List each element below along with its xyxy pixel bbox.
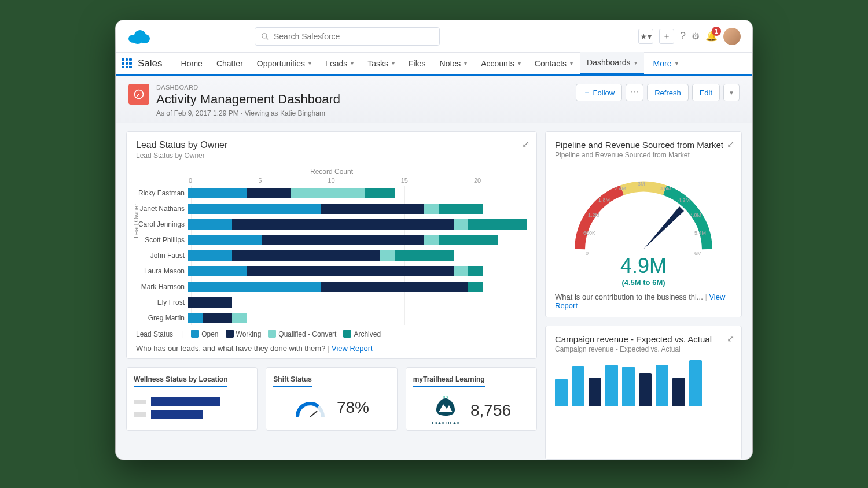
gauge-range: (4.5M to 6M) xyxy=(555,278,732,287)
mini-bar xyxy=(656,365,668,406)
view-report-link[interactable]: View Report xyxy=(332,344,373,353)
bar-segment-qualified-convert xyxy=(424,204,439,214)
legend-item: Qualified - Convert xyxy=(268,330,336,338)
svg-text:2.4M: 2.4M xyxy=(615,186,626,191)
object-label: DASHBOARD xyxy=(156,84,340,91)
bar-segment-working xyxy=(232,219,453,230)
chart-row: Scott Phillips xyxy=(136,233,527,247)
page-header: DASHBOARD Activity Management Dashboard … xyxy=(116,76,752,123)
lead-stacked-bar-chart: Record Count 05101520 Lead Owner Ricky E… xyxy=(136,168,527,325)
campaign-bar-chart xyxy=(555,360,732,406)
favorites-button[interactable]: ★▾ xyxy=(638,29,653,44)
mini-bar xyxy=(622,367,635,406)
help-icon[interactable]: ? xyxy=(680,30,686,42)
mini-bar xyxy=(605,365,618,406)
legend-item: Archived xyxy=(343,330,381,338)
bar-segment-working xyxy=(321,204,424,214)
row-label: Scott Phillips xyxy=(136,236,188,244)
bar-segment-archived xyxy=(468,282,483,292)
left-column: ⤢ Lead Status by Owner Lead Status by Ow… xyxy=(126,131,537,460)
nav-item-home[interactable]: Home xyxy=(174,52,209,75)
expand-icon[interactable]: ⤢ xyxy=(727,139,734,150)
right-column: ⤢ Pipeline and Revenue Sourced from Mark… xyxy=(545,131,742,460)
revenue-gauge: 0600K1.2M 1.8M2.4M3M 3.6M4.2M4.8M 5.4M6M… xyxy=(555,162,732,287)
chevron-down-icon: ▾ xyxy=(570,60,573,66)
svg-point-4 xyxy=(262,33,267,38)
nav-more[interactable]: More▼ xyxy=(646,52,687,75)
nav-item-opportunities[interactable]: Opportunities▾ xyxy=(250,52,318,75)
campaign-revenue-card: ⤢ Campaign revenue - Expected vs. Actual… xyxy=(545,326,742,460)
shift-value: 78% xyxy=(337,398,369,417)
chart-row: Ricky Eastman xyxy=(136,186,527,200)
expand-icon[interactable]: ⤢ xyxy=(522,139,529,150)
search-icon xyxy=(261,32,269,40)
nav-item-files[interactable]: Files xyxy=(402,52,433,75)
notifications-button[interactable]: 🔔 1 xyxy=(705,30,718,42)
bar-segment-qualified-convert xyxy=(454,266,468,276)
row-label: Mark Harrison xyxy=(136,283,188,291)
notification-badge: 1 xyxy=(712,27,721,36)
chart-row: Mark Harrison xyxy=(136,280,527,294)
card-title: Campaign revenue - Expected vs. Actual xyxy=(555,334,732,344)
settings-icon[interactable]: ⚙ xyxy=(692,31,700,42)
row-label: Ricky Eastman xyxy=(136,189,188,197)
legend-item: Open xyxy=(191,330,218,338)
chart-settings-button[interactable]: 〰 xyxy=(626,84,643,101)
chevron-down-icon: ▾ xyxy=(464,60,467,66)
user-avatar[interactable] xyxy=(723,28,741,45)
chart-row: John Faust xyxy=(136,249,527,263)
bar-segment-archived xyxy=(395,250,454,261)
nav-item-chatter[interactable]: Chatter xyxy=(209,52,250,75)
nav-item-accounts[interactable]: Accounts▾ xyxy=(474,52,528,75)
card-title: Pipeline and Revenue Sourced from Market xyxy=(555,140,732,150)
bar-segment-open xyxy=(188,219,232,230)
global-search[interactable]: Search Salesforce xyxy=(255,27,440,46)
trailhead-value: 8,756 xyxy=(470,401,511,420)
search-placeholder: Search Salesforce xyxy=(274,32,340,41)
nav-item-contacts[interactable]: Contacts▾ xyxy=(528,52,580,75)
wellness-card: Wellness Status by Location xyxy=(126,367,258,431)
dashboard-body: ⤢ Lead Status by Owner Lead Status by Ow… xyxy=(116,123,752,460)
chart-legend: Lead Status | OpenWorkingQualified - Con… xyxy=(136,330,527,338)
nav-item-tasks[interactable]: Tasks▾ xyxy=(361,52,402,75)
chart-ylabel: Lead Owner xyxy=(133,204,139,238)
more-actions-button[interactable]: ▼ xyxy=(723,84,740,101)
mini-bar xyxy=(672,378,685,406)
app-name: Sales xyxy=(138,58,163,69)
svg-line-5 xyxy=(266,37,269,39)
trailhead-card: myTrailhead Learning my TRAILHEAD 8,756 xyxy=(406,367,537,431)
bar-segment-working xyxy=(321,282,468,292)
bar-segment-working xyxy=(247,266,454,276)
trailhead-icon: my xyxy=(433,396,458,417)
row-label: Ely Frost xyxy=(136,298,188,306)
bar-segment-archived xyxy=(365,188,395,198)
follow-button[interactable]: ＋Follow xyxy=(576,84,623,101)
chevron-down-icon: ▾ xyxy=(392,60,395,66)
svg-marker-20 xyxy=(643,206,684,249)
main-nav: Sales HomeChatterOpportunities▾Leads▾Tas… xyxy=(116,53,752,76)
edit-button[interactable]: Edit xyxy=(692,84,720,101)
expand-icon[interactable]: ⤢ xyxy=(727,333,734,344)
global-header: Search Salesforce ★▾ ＋ ? ⚙ 🔔 1 xyxy=(116,20,752,53)
bar-segment-open xyxy=(188,266,247,276)
chart-row: Laura Mason xyxy=(136,264,527,278)
chart-row: Carol Jennings xyxy=(136,217,527,231)
nav-item-notes[interactable]: Notes▾ xyxy=(433,52,475,75)
svg-text:4.2M: 4.2M xyxy=(678,197,690,203)
legend-item: Working xyxy=(226,330,262,338)
chevron-down-icon: ▼ xyxy=(674,60,679,66)
refresh-button[interactable]: Refresh xyxy=(647,84,689,101)
mini-bar xyxy=(589,378,601,406)
app-launcher-icon[interactable] xyxy=(122,58,132,69)
nav-item-dashboards[interactable]: Dashboards▾ xyxy=(580,52,644,75)
card-subtitle: Lead Status by Owner xyxy=(136,151,527,160)
card-subtitle: Pipeline and Revenue Sourced from Market xyxy=(555,151,732,159)
chevron-down-icon: ▾ xyxy=(518,60,521,66)
dashboard-icon xyxy=(128,84,149,105)
bar-segment-qualified-convert xyxy=(380,250,394,261)
row-label: Greg Martin xyxy=(136,314,188,322)
page-meta: As of Feb 9, 2017 1:29 PM · Viewing as K… xyxy=(156,109,340,117)
chevron-down-icon: ▾ xyxy=(351,60,354,66)
nav-item-leads[interactable]: Leads▾ xyxy=(318,52,361,75)
add-button[interactable]: ＋ xyxy=(659,29,674,44)
